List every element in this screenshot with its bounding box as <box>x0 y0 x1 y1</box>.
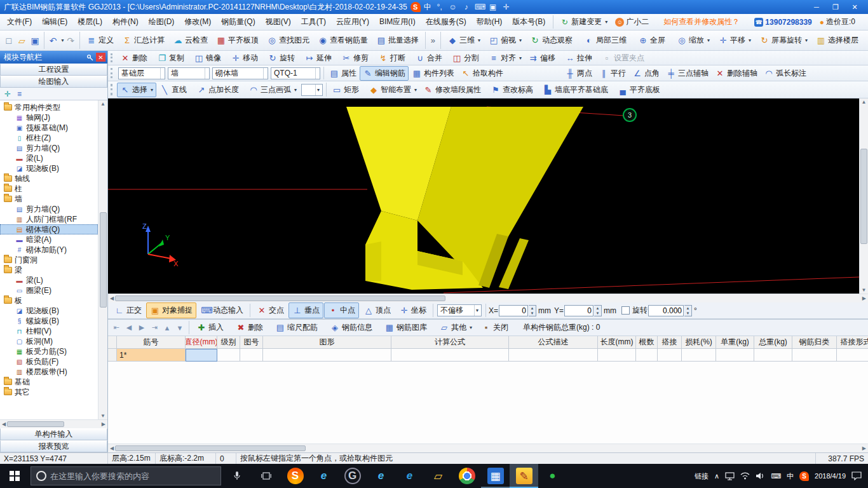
column-header[interactable]: 图形 <box>263 336 391 349</box>
tree-item[interactable]: 其它 <box>0 387 98 397</box>
table-cell[interactable] <box>391 349 509 362</box>
delete-button[interactable]: ✕ 删除 <box>117 51 154 65</box>
scrollbar-thumb[interactable] <box>115 295 445 301</box>
tree-item[interactable]: 板 <box>0 295 98 306</box>
tree-item[interactable]: ▥ 楼层板带(H) <box>0 367 98 377</box>
taskbar-browser-g-icon[interactable]: G <box>338 464 367 488</box>
start-button[interactable] <box>0 464 29 488</box>
column-header[interactable]: 长度(mm) <box>598 336 636 349</box>
rotate-button[interactable]: ↻ 旋转 <box>264 51 301 65</box>
spin-up-icon[interactable]: ▲ <box>686 306 690 311</box>
rotate-checkbox[interactable] <box>621 306 630 315</box>
move-button[interactable]: ✛ 移动 <box>227 51 264 65</box>
offset-button[interactable]: ⇉ 偏移 <box>525 51 562 65</box>
scrollbar-thumb[interactable] <box>100 212 107 308</box>
table-cell[interactable] <box>240 349 263 362</box>
tree-item[interactable]: 门窗洞 <box>0 255 98 265</box>
next-record-icon[interactable]: ▶ <box>136 323 147 332</box>
minimize-button[interactable]: ─ <box>807 1 826 13</box>
merge-button[interactable]: ∪ 合并 <box>412 51 449 65</box>
table-cell[interactable] <box>509 349 598 362</box>
pick-element-button[interactable]: ↖ 拾取构件 <box>458 66 506 81</box>
table-cell[interactable] <box>792 349 837 362</box>
three-point-arc-button[interactable]: ◠ 三点画弧 ▾ <box>245 83 300 97</box>
tree-item[interactable]: ▦ 轴网(J) <box>0 112 98 123</box>
drawing-input-button[interactable]: 绘图输入 <box>0 76 107 88</box>
column-header[interactable]: 直径(mm) <box>186 336 217 349</box>
column-header[interactable]: 单重(kg) <box>716 336 754 349</box>
menu-item[interactable]: 视图(V) <box>261 14 295 30</box>
vertex-snap-toggle[interactable]: △ 顶点 <box>360 302 395 318</box>
edit-rebar-button[interactable]: ✎ 编辑钢筋 <box>360 66 409 81</box>
sogou-ime-badge[interactable]: S <box>410 2 421 12</box>
column-header[interactable]: 图号 <box>240 336 263 349</box>
table-cell[interactable] <box>636 349 658 362</box>
fullscreen-button[interactable]: ⊕ 全屏 <box>634 32 672 48</box>
tree-item[interactable]: ◪ 现浇板(B) <box>0 163 98 173</box>
ime-mode-icon[interactable]: °, <box>435 3 445 11</box>
taskbar-ie-icon[interactable]: e <box>309 464 338 488</box>
taskbar-search-box[interactable] <box>31 466 221 485</box>
element-type-combo[interactable]: 砌体墙 <box>212 67 268 79</box>
tree-item[interactable]: 轴线 <box>0 173 98 184</box>
other-button[interactable]: ▱ 其他 ▾ <box>435 320 476 336</box>
column-header[interactable]: 损耗(%) <box>682 336 716 349</box>
parallel-axis-button[interactable]: ∥ 平行 <box>595 66 629 81</box>
restore-button[interactable]: ❐ <box>826 1 845 13</box>
table-cell[interactable] <box>658 349 682 362</box>
element-name-combo[interactable]: QTQ-1 <box>271 67 320 79</box>
select-tool-button[interactable]: ↖ 选择 ▾ <box>117 83 156 97</box>
table-cell[interactable] <box>837 349 868 362</box>
modify-wall-segment-button[interactable]: ✎ 修改墙段属性 <box>420 83 487 97</box>
element-list-button[interactable]: ▦ 构件列表 <box>409 66 458 81</box>
screenshot-icon[interactable]: ▣ <box>488 3 498 11</box>
pc-network-icon[interactable] <box>725 472 735 480</box>
project-settings-button[interactable]: 工程设置 <box>0 64 107 76</box>
rebar-library-button[interactable]: ▦ 钢筋图库 <box>381 320 434 336</box>
tree-item[interactable]: 墙 <box>0 194 98 204</box>
spin-down-icon[interactable]: ▼ <box>531 311 534 316</box>
screen-rotate-button[interactable]: ↻ 屏幕旋转 ▾ <box>756 32 811 48</box>
tree-item[interactable]: ▤ 剪力墙(Q) <box>0 204 98 214</box>
scroll-down-icon[interactable]: ▼ <box>100 413 105 419</box>
ortho-toggle[interactable]: ∟ 正交 <box>111 302 146 318</box>
y-coordinate-input[interactable] <box>564 305 593 316</box>
scrollbar-thumb[interactable] <box>7 421 64 427</box>
taskbar-ggj-icon[interactable]: ✎ <box>510 464 538 488</box>
prev-record-icon[interactable]: ◀ <box>123 323 135 332</box>
undo-dropdown-icon[interactable]: ▾ <box>61 37 64 43</box>
intersection-snap-toggle[interactable]: ✕ 交点 <box>253 302 288 318</box>
menu-item[interactable]: 楼层(L) <box>73 14 107 30</box>
stretch-button[interactable]: ↔ 拉伸 <box>562 51 599 65</box>
spin-down-icon[interactable]: ▼ <box>686 311 690 316</box>
pin-icon[interactable] <box>86 54 93 61</box>
menu-item[interactable]: 版本号(B) <box>508 14 550 30</box>
menu-item[interactable]: 钢筋量(Q) <box>217 14 259 30</box>
x-spinner[interactable]: ▲▼ <box>529 305 536 316</box>
tree-item[interactable]: ▤ 砌体墙(Q) <box>0 224 98 234</box>
rotate-spinner[interactable]: ▲▼ <box>684 305 692 316</box>
tray-link-label[interactable]: 链接 <box>695 471 709 481</box>
midpoint-snap-toggle[interactable]: • 中点 <box>324 302 359 318</box>
close-panel-button[interactable]: ▪ 关闭 <box>477 320 515 336</box>
toolbar-overflow-button[interactable]: » <box>428 36 438 45</box>
arc-mode-combo[interactable]: ▾ <box>301 84 323 96</box>
menu-item[interactable]: BIM应用(I) <box>375 14 420 30</box>
view-3d-button[interactable]: ◆ 三维 ▾ <box>444 32 484 48</box>
account-button[interactable]: ☎ 13907298339 <box>751 16 815 29</box>
scroll-left-icon[interactable]: ◀ <box>110 445 114 451</box>
batch-select-button[interactable]: ▤ 批量选择 <box>372 32 423 48</box>
scroll-left-icon[interactable]: ◀ <box>110 295 114 301</box>
chevron-down-icon[interactable] <box>160 68 163 79</box>
menu-item[interactable]: 工具(T) <box>297 14 330 30</box>
define-button[interactable]: ≣ 定义 <box>83 32 118 48</box>
collapse-all-icon[interactable]: ≡ <box>17 90 22 98</box>
menu-item[interactable]: 文件(F) <box>3 14 36 30</box>
floor-combo[interactable]: 基础层 <box>118 67 165 79</box>
object-snap-toggle[interactable]: ▣ 对象捕捉 <box>146 302 196 318</box>
mic-icon[interactable]: ♪ <box>461 3 471 11</box>
open-file-icon[interactable]: ▱ <box>16 34 29 48</box>
new-change-button[interactable]: ↻ 新建变更 ▾ <box>557 15 611 29</box>
column-header[interactable]: 公式描述 <box>509 336 598 349</box>
find-element-button[interactable]: ◎ 查找图元 <box>263 32 313 48</box>
